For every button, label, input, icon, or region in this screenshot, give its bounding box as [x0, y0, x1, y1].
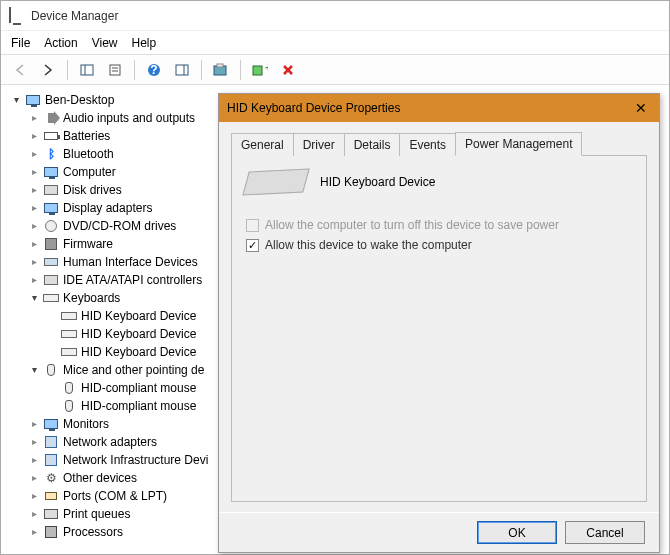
device-manager-window: Device Manager File Action View Help ? +… [0, 0, 670, 555]
properties-button[interactable] [104, 59, 126, 81]
action-pane-button[interactable] [171, 59, 193, 81]
tree-item-label: Display adapters [63, 199, 152, 217]
turnoff-checkbox [246, 219, 259, 232]
dialog-body: GeneralDriverDetailsEventsPower Manageme… [219, 122, 659, 512]
monitor-icon [25, 92, 41, 108]
expand-caret-icon [45, 399, 59, 413]
expand-caret-icon[interactable] [27, 435, 41, 449]
expand-caret-icon [45, 345, 59, 359]
disk-icon [43, 182, 59, 198]
tree-item-label: HID-compliant mouse [81, 397, 196, 415]
menu-help[interactable]: Help [132, 36, 157, 50]
hid-icon [43, 254, 59, 270]
option-wake-row[interactable]: Allow this device to wake the computer [246, 238, 632, 252]
net-icon [43, 434, 59, 450]
tab-details[interactable]: Details [344, 133, 401, 156]
menubar: File Action View Help [1, 31, 669, 55]
menu-file[interactable]: File [11, 36, 30, 50]
add-legacy-button[interactable]: + [249, 59, 271, 81]
dialog-titlebar[interactable]: HID Keyboard Device Properties ✕ [219, 94, 659, 122]
svg-rect-10 [217, 64, 223, 67]
tree-item-label: HID Keyboard Device [81, 325, 196, 343]
kbd-icon [61, 308, 77, 324]
tab-general[interactable]: General [231, 133, 294, 156]
dialog-buttons: OK Cancel [219, 512, 659, 552]
menu-view[interactable]: View [92, 36, 118, 50]
expand-caret-icon[interactable] [27, 111, 41, 125]
tab-strip: GeneralDriverDetailsEventsPower Manageme… [231, 132, 647, 156]
close-icon[interactable]: ✕ [631, 98, 651, 118]
tree-item-label: Network adapters [63, 433, 157, 451]
svg-rect-2 [110, 65, 120, 75]
menu-action[interactable]: Action [44, 36, 77, 50]
chip-icon [43, 236, 59, 252]
cpu-icon [43, 524, 59, 540]
expand-caret-icon[interactable] [27, 183, 41, 197]
kbd-icon [61, 344, 77, 360]
tree-item-label: Ports (COM & LPT) [63, 487, 167, 505]
tree-item-label: Network Infrastructure Devi [63, 451, 208, 469]
bt-icon: ᛒ [43, 146, 59, 162]
expand-caret-icon[interactable] [27, 363, 41, 377]
expand-caret-icon[interactable] [9, 93, 23, 107]
svg-text:+: + [265, 63, 268, 75]
expand-caret-icon[interactable] [27, 291, 41, 305]
expand-caret-icon[interactable] [27, 255, 41, 269]
expand-caret-icon[interactable] [27, 273, 41, 287]
ok-button[interactable]: OK [477, 521, 557, 544]
expand-caret-icon[interactable] [27, 489, 41, 503]
properties-dialog: HID Keyboard Device Properties ✕ General… [218, 93, 660, 553]
tab-events[interactable]: Events [399, 133, 456, 156]
scan-hardware-button[interactable] [210, 59, 232, 81]
wake-checkbox[interactable] [246, 239, 259, 252]
mouse-icon [61, 380, 77, 396]
expand-caret-icon[interactable] [27, 219, 41, 233]
tree-item-label: HID Keyboard Device [81, 307, 196, 325]
mouse-icon [43, 362, 59, 378]
expand-caret-icon[interactable] [27, 453, 41, 467]
mouse-icon [61, 398, 77, 414]
svg-rect-7 [176, 65, 188, 75]
expand-caret-icon[interactable] [27, 237, 41, 251]
device-name-label: HID Keyboard Device [320, 175, 435, 189]
toolbar-separator [67, 60, 68, 80]
speaker-icon [43, 110, 59, 126]
expand-caret-icon[interactable] [27, 129, 41, 143]
tree-item-label: Batteries [63, 127, 110, 145]
expand-caret-icon[interactable] [27, 201, 41, 215]
toolbar-separator [201, 60, 202, 80]
print-icon [43, 506, 59, 522]
expand-caret-icon[interactable] [27, 525, 41, 539]
titlebar: Device Manager [1, 1, 669, 31]
tree-item-label: Disk drives [63, 181, 122, 199]
show-pane-button[interactable] [76, 59, 98, 81]
app-icon [9, 8, 25, 24]
expand-caret-icon[interactable] [27, 471, 41, 485]
svg-rect-0 [81, 65, 93, 75]
tree-item-label: Human Interface Devices [63, 253, 198, 271]
dialog-title: HID Keyboard Device Properties [227, 101, 631, 115]
tree-item-label: Computer [63, 163, 116, 181]
forward-button[interactable] [37, 59, 59, 81]
expand-caret-icon[interactable] [27, 147, 41, 161]
cancel-button[interactable]: Cancel [565, 521, 645, 544]
back-button[interactable] [9, 59, 31, 81]
tree-item-label: Firmware [63, 235, 113, 253]
disk-icon [43, 272, 59, 288]
tree-item-label: Print queues [63, 505, 130, 523]
expand-caret-icon[interactable] [27, 507, 41, 521]
expand-caret-icon [45, 309, 59, 323]
expand-caret-icon[interactable] [27, 417, 41, 431]
uninstall-button[interactable] [277, 59, 299, 81]
port-icon [43, 488, 59, 504]
svg-text:?: ? [150, 63, 157, 77]
help-button[interactable]: ? [143, 59, 165, 81]
tree-item-label: Processors [63, 523, 123, 541]
tab-power-management[interactable]: Power Management [455, 132, 582, 156]
expand-caret-icon[interactable] [27, 165, 41, 179]
tree-item-label: HID Keyboard Device [81, 343, 196, 361]
cd-icon [43, 218, 59, 234]
monitor-icon [43, 164, 59, 180]
expand-caret-icon [45, 327, 59, 341]
tab-driver[interactable]: Driver [293, 133, 345, 156]
